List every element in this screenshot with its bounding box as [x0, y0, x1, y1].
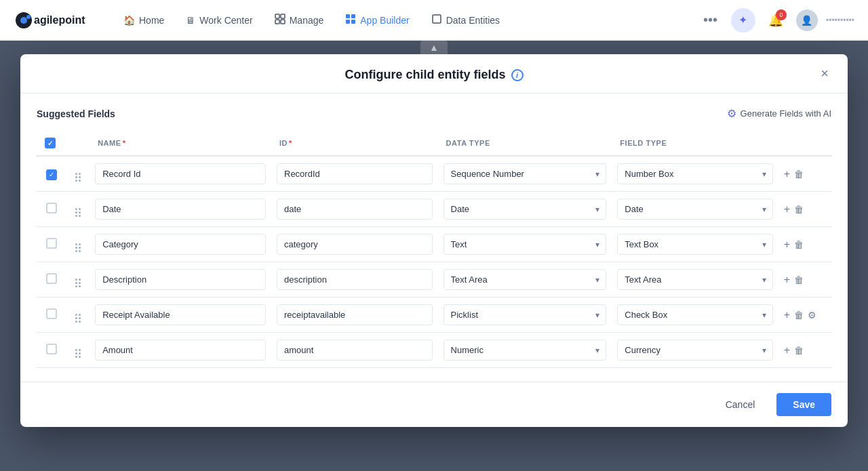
datatype-select-0[interactable]: Sequence Number Date Text Text Area Pick…: [443, 163, 607, 184]
row-checkbox-5[interactable]: [46, 344, 57, 354]
page-background: ▲ Configure child entity fields i × Sugg…: [0, 41, 868, 471]
close-button[interactable]: ×: [815, 64, 834, 83]
generate-ai-button[interactable]: ⚙ Generate Fields with AI: [727, 107, 831, 120]
drag-handle-2[interactable]: [73, 237, 84, 252]
logo: agilepoint: [14, 10, 88, 30]
row-drag-cell: [67, 298, 90, 333]
user-avatar[interactable]: 👤: [796, 9, 818, 31]
dataentities-icon: [431, 14, 442, 26]
svg-point-2: [26, 15, 31, 19]
configure-fields-modal: Configure child entity fields i × Sugges…: [20, 54, 848, 427]
save-button[interactable]: Save: [776, 393, 831, 416]
name-input-5[interactable]: [95, 340, 266, 361]
fieldtype-select-4[interactable]: Number Box Date Text Box Text Area Check…: [617, 304, 773, 325]
table-row: Sequence Number Date Text Text Area Pick…: [37, 262, 831, 298]
drag-handle-0[interactable]: [73, 166, 84, 182]
add-row-button-4[interactable]: +: [784, 309, 790, 321]
datatype-select-4[interactable]: Sequence Number Date Text Text Area Pick…: [443, 304, 607, 325]
fieldtype-select-3[interactable]: Number Box Date Text Box Text Area Check…: [617, 269, 773, 290]
row-drag-cell: [67, 262, 90, 298]
delete-row-button-3[interactable]: 🗑: [794, 274, 804, 285]
nav-appbuilder[interactable]: App Builder: [337, 8, 417, 32]
id-input-4[interactable]: [277, 304, 433, 325]
drag-handle-1[interactable]: [73, 201, 84, 217]
add-row-button-2[interactable]: +: [784, 239, 790, 251]
row-checkbox-cell: [37, 298, 67, 333]
bell-badge: 0: [776, 9, 787, 20]
drag-handle-4[interactable]: [73, 307, 84, 323]
svg-rect-12: [433, 15, 441, 23]
row-actions-cell-5: + 🗑: [778, 333, 831, 368]
drag-handle-3[interactable]: [73, 272, 84, 287]
nav-manage[interactable]: Manage: [267, 8, 332, 32]
add-row-button-5[interactable]: +: [784, 344, 790, 356]
row-id-cell-3: [271, 262, 438, 298]
id-input-2[interactable]: [277, 234, 433, 255]
row-fieldtype-cell-4: Number Box Date Text Box Text Area Check…: [612, 298, 778, 333]
fieldtype-select-0[interactable]: Number Box Date Text Box Text Area Check…: [617, 163, 773, 184]
info-icon[interactable]: i: [511, 69, 524, 81]
add-row-button-3[interactable]: +: [784, 274, 790, 286]
delete-row-button-0[interactable]: 🗑: [794, 169, 804, 180]
fieldtype-select-5[interactable]: Number Box Date Text Box Text Area Check…: [617, 340, 773, 361]
row-actions-cell-4: + 🗑 ⚙: [778, 298, 831, 333]
delete-row-button-4[interactable]: 🗑: [794, 310, 804, 321]
row-checkbox-3[interactable]: [46, 273, 57, 284]
fieldtype-select-1[interactable]: Number Box Date Text Box Text Area Check…: [617, 199, 773, 220]
add-row-button-1[interactable]: +: [784, 203, 790, 216]
row-checkbox-4[interactable]: [46, 308, 57, 319]
fieldtype-select-2[interactable]: Number Box Date Text Box Text Area Check…: [617, 234, 773, 255]
row-fieldtype-cell-0: Number Box Date Text Box Text Area Check…: [612, 156, 778, 192]
nav-home-label: Home: [139, 15, 164, 26]
row-id-cell-1: [271, 192, 438, 227]
id-input-3[interactable]: [277, 269, 433, 290]
avatar-icon: 👤: [801, 15, 812, 26]
ai-sparkle-icon: ⚙: [727, 107, 736, 120]
id-input-5[interactable]: [277, 340, 433, 361]
row-checkbox-1[interactable]: [46, 203, 57, 213]
name-input-3[interactable]: [95, 269, 266, 290]
monitor-icon: 🖥: [186, 15, 195, 26]
modal-title-text: Configure child entity fields: [344, 68, 505, 82]
cancel-button[interactable]: Cancel: [712, 393, 769, 416]
name-input-2[interactable]: [95, 234, 266, 255]
notifications-button[interactable]: 🔔 0: [764, 8, 788, 33]
id-input-1[interactable]: [277, 199, 433, 220]
datatype-select-5[interactable]: Sequence Number Date Text Text Area Pick…: [443, 340, 607, 361]
nav-workcenter-label: Work Center: [199, 15, 252, 26]
row-fieldtype-cell-5: Number Box Date Text Box Text Area Check…: [612, 333, 778, 368]
row-id-cell-4: [271, 298, 438, 333]
delete-row-button-5[interactable]: 🗑: [794, 345, 804, 356]
name-input-0[interactable]: [95, 163, 266, 184]
add-row-button-0[interactable]: +: [784, 168, 790, 180]
id-input-0[interactable]: [277, 163, 433, 184]
fields-table: ✓ NAME* ID* DATA TYPE: [37, 131, 831, 368]
header-checkbox[interactable]: ✓: [45, 138, 56, 148]
row-checkbox-0[interactable]: ✓: [46, 169, 57, 180]
more-options[interactable]: •••: [698, 12, 723, 28]
datatype-select-1[interactable]: Sequence Number Date Text Text Area Pick…: [443, 199, 607, 220]
delete-row-button-2[interactable]: 🗑: [794, 239, 804, 250]
svg-rect-10: [346, 20, 350, 24]
name-input-4[interactable]: [95, 304, 266, 325]
datatype-select-2[interactable]: Sequence Number Date Text Text Area Pick…: [443, 234, 607, 255]
name-input-1[interactable]: [95, 199, 266, 220]
datatype-select-3[interactable]: Sequence Number Date Text Text Area Pick…: [443, 269, 607, 290]
nav-dataentities[interactable]: Data Entities: [423, 8, 508, 32]
row-checkbox-cell: [37, 262, 67, 298]
header-drag-cell: [67, 131, 90, 156]
table-row: Sequence Number Date Text Text Area Pick…: [37, 227, 831, 262]
name-column-label: NAME: [98, 139, 121, 147]
table-row: Sequence Number Date Text Text Area Pick…: [37, 192, 831, 227]
modal-body: Suggested Fields ⚙ Generate Fields with …: [20, 94, 848, 382]
username-label: ••••••••••: [826, 16, 854, 25]
nav-home[interactable]: 🏠 Home: [115, 9, 172, 31]
sparkle-button[interactable]: ✦: [731, 8, 755, 33]
settings-row-button-4[interactable]: ⚙: [808, 310, 816, 321]
nav-workcenter[interactable]: 🖥 Work Center: [178, 9, 260, 31]
row-name-cell-2: [90, 227, 271, 262]
svg-rect-11: [351, 20, 355, 24]
delete-row-button-1[interactable]: 🗑: [794, 204, 804, 215]
drag-handle-5[interactable]: [73, 342, 84, 358]
row-checkbox-2[interactable]: [46, 238, 57, 249]
